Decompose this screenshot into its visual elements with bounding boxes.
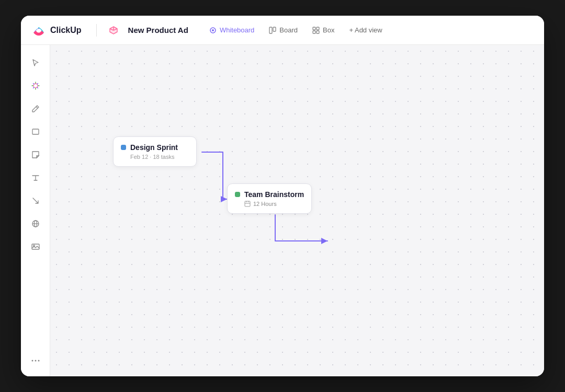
clickup-logo-icon (31, 23, 46, 38)
card-design-sprint-header: Design Sprint (121, 143, 189, 152)
project-icon (107, 24, 120, 37)
svg-rect-7 (317, 31, 319, 33)
card-design-sprint-dot (121, 145, 126, 150)
more-options-icon[interactable] (27, 350, 44, 368)
tab-whiteboard[interactable]: Whiteboard (203, 23, 261, 37)
svg-point-1 (212, 29, 214, 31)
svg-rect-5 (317, 27, 319, 30)
app-window: ClickUp New Product Ad Whiteboard (21, 16, 544, 376)
svg-rect-4 (313, 27, 315, 30)
logo-area: ClickUp (31, 23, 82, 38)
nav-tabs: Whiteboard Board Box + Add view (203, 23, 389, 37)
text-icon[interactable] (26, 168, 45, 187)
connector-icon[interactable] (26, 191, 45, 210)
magic-icon[interactable] (26, 76, 45, 95)
tab-box[interactable]: Box (306, 23, 341, 37)
card-team-brainstorm[interactable]: Team Brainstorm 12 Hours (227, 183, 312, 214)
project-title: New Product Ad (128, 26, 188, 34)
note-icon[interactable] (26, 145, 45, 164)
rectangle-icon[interactable] (26, 122, 45, 141)
pen-icon[interactable] (26, 99, 45, 118)
add-view-button[interactable]: + Add view (343, 23, 388, 37)
svg-point-16 (38, 360, 39, 362)
header: ClickUp New Product Ad Whiteboard (21, 16, 544, 45)
main-area: Design Sprint Feb 12 · 18 tasks Team Bra… (21, 45, 544, 376)
clock-icon (244, 201, 251, 207)
svg-rect-3 (273, 27, 276, 31)
svg-rect-17 (245, 201, 250, 206)
svg-rect-9 (32, 129, 39, 134)
logo-text: ClickUp (50, 26, 82, 35)
header-divider (96, 24, 97, 37)
svg-rect-2 (269, 27, 272, 33)
card-design-sprint[interactable]: Design Sprint Feb 12 · 18 tasks (113, 136, 197, 167)
card-team-brainstorm-header: Team Brainstorm (235, 190, 304, 199)
svg-rect-6 (313, 31, 315, 33)
tab-board[interactable]: Board (263, 23, 304, 37)
image-icon[interactable] (26, 237, 45, 256)
card-team-brainstorm-hours: 12 Hours (253, 201, 277, 207)
globe-icon[interactable] (26, 214, 45, 233)
card-team-brainstorm-dot (235, 192, 240, 197)
card-team-brainstorm-title: Team Brainstorm (244, 190, 304, 199)
svg-point-15 (35, 360, 36, 362)
sidebar (21, 45, 50, 376)
card-design-sprint-meta: Feb 12 · 18 tasks (130, 154, 189, 160)
card-team-brainstorm-info: 12 Hours (244, 201, 304, 207)
cursor-icon[interactable] (26, 53, 45, 72)
whiteboard-canvas[interactable]: Design Sprint Feb 12 · 18 tasks Team Bra… (50, 45, 544, 376)
svg-point-14 (31, 360, 33, 362)
card-design-sprint-title: Design Sprint (130, 143, 178, 152)
